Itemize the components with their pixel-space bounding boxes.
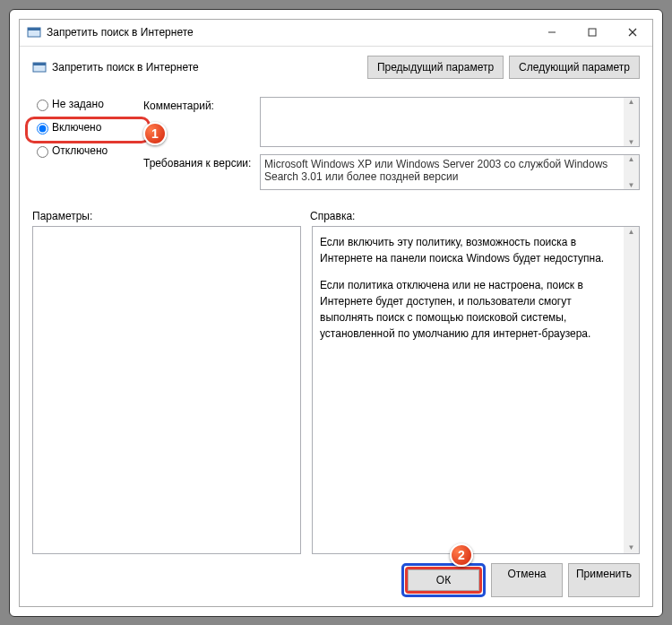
dialog-window: Запретить поиск в Интернете Запретить по… [19, 19, 653, 607]
radio-not-configured[interactable]: Не задано [32, 97, 131, 111]
apply-button[interactable]: Применить [568, 563, 640, 597]
radio-disabled-input[interactable] [37, 146, 48, 158]
close-button[interactable] [612, 19, 652, 46]
policy-icon [27, 25, 41, 39]
radio-enabled[interactable]: Включено [32, 120, 131, 135]
supported-textbox: Microsoft Windows XP или Windows Server … [260, 154, 640, 190]
annotation-badge-2: 2 [450, 543, 473, 567]
supported-scrollbar[interactable]: ▲▼ [624, 155, 639, 189]
maximize-button[interactable] [572, 19, 612, 46]
ok-button[interactable]: ОК [408, 569, 479, 591]
options-label: Параметры: [32, 210, 310, 222]
comment-textbox[interactable]: ▲▼ [260, 97, 640, 147]
annotation-highlight-2: ОК [401, 563, 486, 597]
policy-name: Запретить поиск в Интернете [52, 61, 362, 74]
help-paragraph-1: Если включить эту политику, возможность … [320, 234, 621, 266]
help-paragraph-2: Если политика отключена или не настроена… [320, 277, 621, 342]
help-label: Справка: [310, 210, 355, 222]
supported-label: Требования к версии: [143, 154, 260, 190]
minimize-button[interactable] [531, 19, 572, 46]
next-setting-button[interactable]: Следующий параметр [509, 56, 640, 79]
state-radio-group: Не задано Включено Отключено 1 [32, 97, 131, 197]
svg-rect-7 [33, 63, 46, 65]
radio-enabled-label: Включено [52, 121, 101, 134]
help-panel: Если включить эту политику, возможность … [312, 226, 640, 554]
svg-rect-1 [28, 28, 40, 30]
svg-rect-3 [589, 29, 596, 36]
help-scrollbar[interactable]: ▲▼ [624, 227, 639, 553]
comment-scrollbar[interactable]: ▲▼ [624, 98, 639, 146]
previous-setting-button[interactable]: Предыдущий параметр [367, 56, 504, 79]
radio-enabled-input[interactable] [37, 123, 48, 135]
radio-not-configured-label: Не задано [52, 98, 104, 110]
window-title: Запретить поиск в Интернете [47, 26, 531, 39]
titlebar: Запретить поиск в Интернете [20, 20, 652, 47]
supported-value: Microsoft Windows XP или Windows Server … [264, 158, 607, 183]
cancel-button[interactable]: Отмена [491, 563, 563, 597]
radio-disabled[interactable]: Отключено [32, 143, 131, 158]
options-panel [32, 226, 301, 554]
radio-not-configured-input[interactable] [37, 100, 48, 111]
annotation-badge-1: 1 [143, 122, 167, 145]
radio-disabled-label: Отключено [52, 144, 108, 157]
policy-header-icon [32, 60, 47, 74]
